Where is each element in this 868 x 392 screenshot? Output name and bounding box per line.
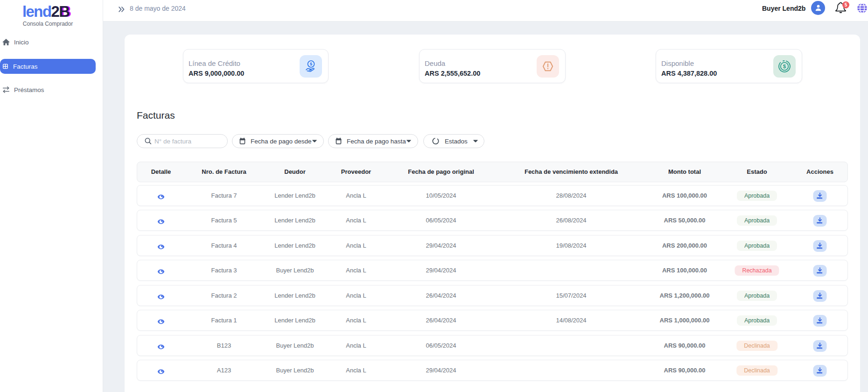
svg-text:$: $	[310, 62, 312, 66]
svg-text:$: $	[783, 64, 786, 69]
